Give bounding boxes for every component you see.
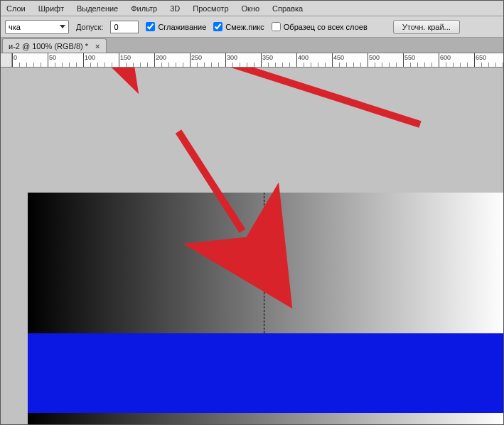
tool-preset-dropdown[interactable]: чка — [5, 20, 69, 34]
tool-preset-label: чка — [9, 23, 21, 31]
tolerance-input[interactable] — [110, 21, 139, 33]
ruler-tick-label: 400 — [298, 54, 309, 61]
ruler-tick-label: 450 — [333, 54, 344, 61]
ruler-tick-label: 100 — [85, 54, 95, 61]
blue-layer — [28, 333, 503, 413]
menu-bar: Слои Шрифт Выделение Фильтр 3D Просмотр … — [1, 1, 503, 16]
document-canvas[interactable] — [28, 193, 503, 424]
antialias-checkbox[interactable]: Сглаживание — [146, 22, 206, 31]
contiguous-checkbox-input[interactable] — [213, 22, 222, 31]
document-tab[interactable]: и-2 @ 100% (RGB/8) * × — [2, 38, 107, 53]
horizontal-ruler: 050100150200250300350400450500550600650 — [12, 53, 503, 67]
ruler-tick-label: 600 — [440, 54, 451, 61]
menu-layers[interactable]: Слои — [6, 4, 26, 13]
ruler-tick-label: 550 — [404, 54, 415, 61]
contiguous-checkbox-label: Смеж.пикс — [225, 23, 264, 31]
chevron-down-icon — [60, 25, 65, 28]
antialias-checkbox-input[interactable] — [146, 22, 155, 31]
tolerance-label: Допуск: — [76, 23, 103, 31]
refine-edge-button[interactable]: Уточн. край... — [393, 20, 460, 34]
document-tab-title: и-2 @ 100% (RGB/8) * — [9, 42, 88, 50]
menu-window[interactable]: Окно — [242, 4, 260, 13]
document-tab-strip: и-2 @ 100% (RGB/8) * × — [1, 38, 503, 53]
close-icon[interactable]: × — [95, 42, 100, 50]
ruler-tick-label: 500 — [369, 54, 380, 61]
contiguous-checkbox[interactable]: Смеж.пикс — [213, 22, 264, 31]
all-layers-checkbox-label: Образец со всех слоев — [284, 23, 368, 31]
ruler-tick-label: 350 — [262, 54, 273, 61]
ruler-tick-label: 0 — [14, 54, 17, 61]
ruler-tick-label: 300 — [227, 54, 237, 61]
ruler-tick-label: 50 — [49, 54, 56, 61]
ruler-tick-label: 250 — [191, 54, 202, 61]
selection-marquee — [264, 193, 264, 333]
menu-view[interactable]: Просмотр — [193, 4, 228, 13]
ruler-tick-label: 650 — [476, 54, 486, 61]
antialias-checkbox-label: Сглаживание — [158, 23, 206, 31]
menu-filter[interactable]: Фильтр — [131, 4, 157, 13]
menu-select[interactable]: Выделение — [77, 4, 118, 13]
ruler-corner — [1, 53, 12, 67]
menu-type[interactable]: Шрифт — [38, 4, 64, 13]
ruler-tick-label: 150 — [120, 54, 131, 61]
canvas-viewport[interactable] — [1, 68, 503, 424]
gradient-layer-top — [28, 193, 503, 333]
ruler-area: 050100150200250300350400450500550600650 — [1, 53, 503, 68]
menu-3d[interactable]: 3D — [170, 4, 180, 13]
gradient-layer-bottom — [28, 413, 503, 424]
all-layers-checkbox-input[interactable] — [272, 22, 281, 31]
all-layers-checkbox[interactable]: Образец со всех слоев — [272, 22, 368, 31]
options-bar: чка Допуск: Сглаживание Смеж.пикс Образе… — [1, 16, 503, 38]
arrow-to-tolerance — [136, 68, 420, 124]
menu-help[interactable]: Справка — [272, 4, 303, 13]
ruler-tick-label: 200 — [156, 54, 166, 61]
